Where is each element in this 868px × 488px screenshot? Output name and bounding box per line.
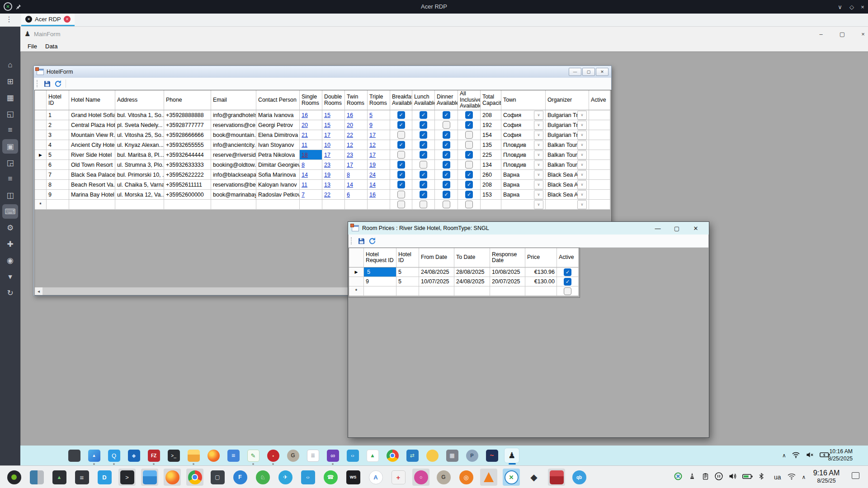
- grid-cell[interactable]: ✓: [390, 160, 412, 170]
- grid-cell[interactable]: ✓: [390, 180, 412, 190]
- column-header[interactable]: All Inclusive Available: [458, 90, 481, 110]
- taskbar-icon-vscode[interactable]: ‹›: [345, 448, 360, 463]
- grid-cell[interactable]: Пловдив∨: [501, 150, 546, 160]
- taskbar-icon-drive[interactable]: ▲: [365, 448, 380, 463]
- battery-icon[interactable]: [742, 472, 753, 483]
- taskbar-icon-irfanview[interactable]: ●: [265, 448, 281, 463]
- grid-cell[interactable]: 24/08/2025: [419, 267, 454, 277]
- tray-expand-icon[interactable]: ∧: [802, 474, 806, 480]
- room-count-link[interactable]: 14: [302, 172, 308, 178]
- grid-cell[interactable]: ✓: [412, 180, 435, 190]
- lines-icon[interactable]: ≡: [0, 172, 20, 186]
- grid-cell[interactable]: 14: [368, 180, 390, 190]
- grid-cell[interactable]: Balkan Tours∨: [546, 140, 589, 150]
- taskbar-icon-postgresql[interactable]: P: [464, 448, 480, 463]
- grid-cell[interactable]: ✓: [458, 150, 481, 160]
- grid-cell[interactable]: 5: [368, 110, 390, 120]
- grid-cell[interactable]: ✓: [390, 120, 412, 130]
- active-checkbox[interactable]: [564, 287, 571, 295]
- grid-cell[interactable]: Georgi Petrov: [256, 120, 300, 130]
- grid-cell[interactable]: 17: [368, 150, 390, 160]
- grid-cell[interactable]: Mountain View R...: [69, 130, 115, 140]
- grid-cell[interactable]: Sofia Marinova: [256, 170, 300, 180]
- active-checkbox[interactable]: ✓: [564, 278, 571, 286]
- grid-cell[interactable]: 4: [47, 140, 69, 150]
- taskbar-icon-gimp[interactable]: G: [435, 469, 452, 486]
- grid-cell[interactable]: 10: [322, 140, 345, 150]
- dropdown-button[interactable]: ∨: [577, 141, 587, 150]
- row-header[interactable]: ▶: [35, 150, 47, 160]
- grid-cell[interactable]: ✓: [435, 190, 458, 200]
- room-count-link[interactable]: 23: [347, 152, 353, 158]
- screenshot-icon[interactable]: ▣: [2, 139, 18, 154]
- grid-cell[interactable]: [589, 130, 610, 140]
- taskbar-icon-libreoffice[interactable]: ▢: [209, 469, 226, 486]
- row-header[interactable]: [35, 110, 47, 120]
- taskbar-icon-photos[interactable]: ▲: [86, 448, 102, 463]
- dropdown-button[interactable]: ∨: [577, 170, 587, 179]
- grid-cell[interactable]: bul. Vitosha 1, So...: [115, 110, 164, 120]
- breakfast-checkbox[interactable]: ✓: [397, 121, 405, 129]
- grid-cell[interactable]: ∨: [501, 200, 546, 210]
- grid-cell[interactable]: 135: [481, 140, 501, 150]
- grid-cell[interactable]: ✓: [458, 110, 481, 120]
- grid-cell[interactable]: [368, 200, 390, 210]
- column-header[interactable]: From Date: [419, 248, 454, 267]
- save-button[interactable]: [356, 236, 367, 246]
- reconnect-icon[interactable]: ↻: [0, 286, 20, 300]
- grid-cell[interactable]: 19: [322, 170, 345, 180]
- active-checkbox[interactable]: ✓: [564, 268, 571, 276]
- grid-cell[interactable]: book@marinabay...: [211, 190, 256, 200]
- collapse-icon[interactable]: ▾: [0, 269, 20, 284]
- grid-cell[interactable]: 28/08/2025: [454, 267, 490, 277]
- room-count-link[interactable]: 12: [347, 142, 353, 148]
- grid-cell[interactable]: 9: [47, 190, 69, 200]
- taskbar-icon-vscode[interactable]: ‹›: [299, 469, 316, 486]
- grid-cell[interactable]: 12: [368, 140, 390, 150]
- grid-cell[interactable]: [256, 200, 300, 210]
- grid-cell[interactable]: Black Sea A...∨: [546, 190, 589, 200]
- room-count-link[interactable]: 17: [324, 132, 330, 138]
- taskbar-icon-chrome[interactable]: [385, 448, 400, 463]
- room-count-link[interactable]: 8: [302, 162, 305, 168]
- grid-cell[interactable]: [589, 200, 610, 210]
- taskbar-icon-start[interactable]: [47, 448, 62, 463]
- taskbar-icon-amor[interactable]: ♘: [254, 469, 271, 486]
- grid-cell[interactable]: Bulgarian Tra...∨: [546, 120, 589, 130]
- column-header[interactable]: Dinner Available: [435, 90, 458, 110]
- grid-cell[interactable]: +35932655555: [164, 140, 211, 150]
- grid-cell[interactable]: [211, 200, 256, 210]
- grid-cell[interactable]: ✓: [390, 170, 412, 180]
- taskbar-icon-webstorm[interactable]: WS: [344, 469, 362, 486]
- grid-cell[interactable]: 14: [345, 180, 368, 190]
- tools-icon[interactable]: ✚: [0, 237, 20, 251]
- grid-cell[interactable]: reservations@be...: [211, 180, 256, 190]
- grid-cell[interactable]: 8: [300, 160, 322, 170]
- grid-cell[interactable]: Marina Bay Hotel: [69, 190, 115, 200]
- column-header[interactable]: Price: [525, 248, 557, 267]
- grid-cell[interactable]: 11: [300, 140, 322, 150]
- clipboard-icon[interactable]: [702, 472, 709, 483]
- grid-cell[interactable]: booking@oldtow...: [211, 160, 256, 170]
- column-header[interactable]: Hotel Name: [69, 90, 115, 110]
- dropdown-button[interactable]: ∨: [577, 150, 587, 160]
- taskbar-icon-pager[interactable]: [28, 469, 45, 486]
- dropdown-button[interactable]: ∨: [577, 180, 587, 189]
- grid-cell[interactable]: Пловдив∨: [501, 140, 546, 150]
- grid-cell[interactable]: Kaloyan Ivanov: [256, 180, 300, 190]
- all_inclusive-checkbox[interactable]: ✓: [465, 191, 473, 198]
- wifi-icon[interactable]: [792, 450, 800, 461]
- grid-cell[interactable]: 6: [47, 160, 69, 170]
- refresh-button[interactable]: [367, 236, 377, 246]
- grid-cell[interactable]: 15: [322, 120, 345, 130]
- new-connection-icon[interactable]: ⊞: [0, 74, 20, 89]
- room-count-link[interactable]: 8: [347, 172, 350, 178]
- grid-cell[interactable]: София∨: [501, 120, 546, 130]
- taskbar-icon-qbittorrent[interactable]: qb: [571, 469, 588, 486]
- taskbar-icon-visual-studio[interactable]: ∞: [325, 448, 340, 463]
- room-count-link[interactable]: 14: [347, 182, 353, 188]
- grid-cell[interactable]: Ivan Stoyanov: [256, 140, 300, 150]
- dropdown-button[interactable]: ∨: [534, 121, 543, 130]
- all_inclusive-checkbox[interactable]: [465, 201, 473, 208]
- taskbar-icon-explorer[interactable]: [186, 448, 201, 463]
